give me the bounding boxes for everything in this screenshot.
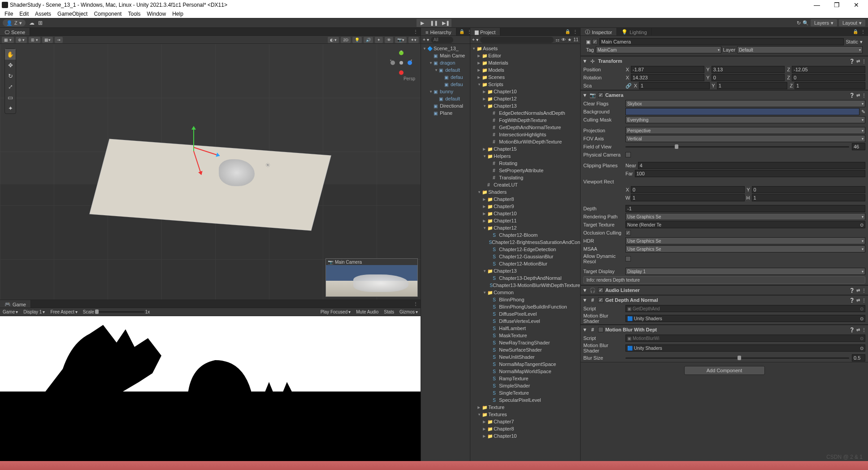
lighting-toggle[interactable]: 💡: [352, 37, 362, 43]
project-item[interactable]: ▼📁Helpers: [470, 152, 580, 160]
favorites-icon[interactable]: ★: [568, 37, 572, 42]
tag-dropdown[interactable]: MainCam: [596, 46, 721, 53]
project-item[interactable]: ▶📁Chapter9: [470, 203, 580, 210]
orientation-gizmo[interactable]: y z x: [390, 49, 412, 76]
preset-icon[interactable]: ⇄: [856, 59, 860, 64]
lock-icon[interactable]: 🔒: [565, 29, 570, 34]
move-tool[interactable]: ✥: [5, 60, 16, 70]
snap-increment[interactable]: ⇥: [55, 37, 63, 43]
project-item[interactable]: #MotionBlurWithDepthTexture: [470, 138, 580, 145]
motionblur-enabled-checkbox[interactable]: [598, 327, 603, 332]
getdepth-script-field[interactable]: ▣ GetDepthAnd: [625, 305, 865, 312]
project-item[interactable]: ▶📁Materials: [470, 59, 580, 66]
create-dropdown[interactable]: + ▾: [423, 37, 429, 42]
play-button[interactable]: ▶: [417, 19, 428, 27]
background-color-field[interactable]: [625, 108, 859, 115]
pos-x-input[interactable]: [631, 66, 704, 73]
getdepth-enabled-checkbox[interactable]: [598, 297, 603, 303]
project-item[interactable]: ▶📁Editor: [470, 52, 580, 59]
close-button[interactable]: ✕: [846, 0, 866, 10]
project-item[interactable]: SRampTexture: [470, 375, 580, 382]
grid-icon[interactable]: ⊞: [38, 20, 43, 26]
project-item[interactable]: ▼📁Textures: [470, 411, 580, 418]
physical-camera-checkbox[interactable]: [625, 152, 631, 157]
grid-snap-dropdown[interactable]: ▦▾: [42, 37, 53, 43]
hidden-toggle[interactable]: 👁: [385, 37, 393, 43]
project-item[interactable]: SHalfLambert: [470, 325, 580, 332]
tab-lighting[interactable]: 💡 Lighting: [617, 28, 652, 35]
project-item[interactable]: SSpecularPixelLevel: [470, 396, 580, 404]
stats-toggle[interactable]: Stats: [384, 309, 394, 314]
add-component-button[interactable]: Add Component: [684, 366, 765, 375]
depth-input[interactable]: [625, 205, 865, 212]
lock-icon[interactable]: 🔒: [459, 29, 464, 34]
target-display-dropdown[interactable]: Display 1: [625, 268, 865, 275]
search-icon[interactable]: 🔍: [803, 20, 809, 26]
dynamic-resolution-checkbox[interactable]: [625, 256, 631, 261]
project-item[interactable]: #IntersectionHighlights: [470, 131, 580, 138]
rot-z-input[interactable]: [792, 74, 865, 81]
occlusion-culling-checkbox[interactable]: [625, 230, 631, 235]
sca-x-input[interactable]: [639, 82, 710, 89]
menu-icon[interactable]: ⋮: [862, 59, 866, 64]
hierarchy-item[interactable]: ▣default: [421, 95, 470, 102]
project-item[interactable]: ▼📁Common: [470, 289, 580, 296]
tab-hierarchy[interactable]: ≡ Hierarchy: [421, 28, 456, 35]
project-item[interactable]: ▶📁Chapter8: [470, 196, 580, 203]
pause-button[interactable]: ❚❚: [428, 19, 440, 27]
menu-tools[interactable]: Tools: [125, 11, 143, 17]
project-item[interactable]: SNormalMapWorldSpace: [470, 368, 580, 375]
project-item[interactable]: ▶📁Chapter7: [470, 418, 580, 425]
menu-file[interactable]: File: [2, 11, 16, 17]
project-item[interactable]: SSimpleShader: [470, 382, 580, 389]
project-item[interactable]: ▼📁Assets: [470, 45, 580, 52]
scale-tool[interactable]: ⤢: [5, 81, 16, 92]
rot-y-input[interactable]: [712, 74, 785, 81]
eyedropper-icon[interactable]: ✎: [861, 109, 865, 115]
object-name-input[interactable]: [599, 38, 844, 45]
menu-window[interactable]: Window: [144, 11, 169, 17]
project-item[interactable]: ▼📁Chapter13: [470, 102, 580, 109]
project-item[interactable]: ▶📁Models: [470, 66, 580, 74]
project-item[interactable]: #FogWithDepthTexture: [470, 117, 580, 124]
layout-dropdown[interactable]: Layout ▾: [839, 19, 865, 26]
project-item[interactable]: SChapter12-EdgeDetection: [470, 246, 580, 253]
project-item[interactable]: SDiffusePixelLevel: [470, 310, 580, 318]
getdepth-shader-field[interactable]: 🟦 Unity Shaders: [625, 315, 865, 322]
project-item[interactable]: ▶📁Scenes: [470, 74, 580, 81]
msaa-dropdown[interactable]: Use Graphics Se: [625, 245, 865, 252]
project-item[interactable]: SDiffuseVertexLevel: [470, 318, 580, 325]
project-item[interactable]: #Rotating: [470, 160, 580, 167]
project-item[interactable]: SChapter12-GaussianBlur: [470, 253, 580, 260]
target-texture-field[interactable]: None (Render Te: [625, 221, 865, 228]
sca-y-input[interactable]: [717, 82, 788, 89]
active-checkbox[interactable]: [592, 39, 598, 44]
project-search-input[interactable]: [480, 37, 554, 43]
tab-project[interactable]: ▆ Project: [470, 28, 500, 35]
hierarchy-item[interactable]: ▣defau: [421, 74, 470, 81]
motionblur-shader-field[interactable]: 🟦 Unity Shaders: [625, 344, 865, 352]
rendering-path-dropdown[interactable]: Use Graphics Se: [625, 213, 865, 220]
projection-label[interactable]: Persp: [404, 76, 415, 81]
menu-edit[interactable]: Edit: [17, 11, 31, 17]
blur-size-slider[interactable]: [625, 354, 865, 361]
maximize-button[interactable]: ❐: [827, 0, 846, 10]
project-item[interactable]: ▶📁Chapter10: [470, 210, 580, 217]
scene-viewport[interactable]: ☀ ✋ ✥ ↻ ⤢ ▭ ✦ y z x: [0, 44, 421, 300]
scale-slider[interactable]: Scale 1x: [83, 309, 150, 314]
project-item[interactable]: ▼📁Scripts: [470, 81, 580, 88]
fov-axis-dropdown[interactable]: Vertical: [625, 135, 865, 142]
project-item[interactable]: #GetDepthAndNormalTexture: [470, 124, 580, 131]
near-input[interactable]: [638, 162, 865, 169]
project-item[interactable]: SBlinnPhongUseBuildInFunction: [470, 303, 580, 310]
aspect-dropdown[interactable]: Free Aspect ▾: [50, 309, 77, 314]
project-item[interactable]: SChapter13-MotionBlurWithDepthTexture: [470, 282, 580, 289]
project-item[interactable]: ▶📁Chapter11: [470, 217, 580, 224]
project-item[interactable]: ▼📁Chapter13: [470, 267, 580, 274]
project-item[interactable]: SNewRayTracingShader: [470, 339, 580, 346]
rect-tool[interactable]: ▭: [5, 92, 16, 103]
menu-gameobject[interactable]: GameObject: [55, 11, 90, 17]
project-item[interactable]: ▶📁Chapter15: [470, 145, 580, 152]
project-item[interactable]: ▶📁Chapter12: [470, 95, 580, 102]
menu-assets[interactable]: Assets: [32, 11, 54, 17]
